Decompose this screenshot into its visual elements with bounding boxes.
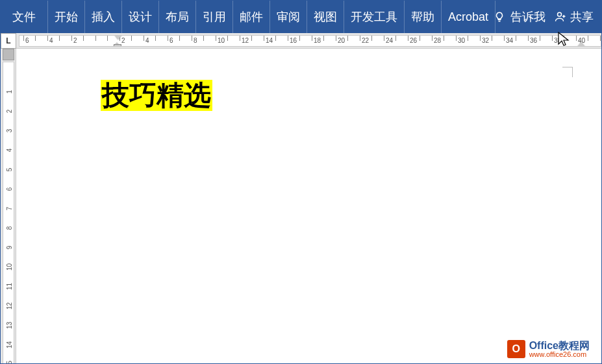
office-logo-icon: O <box>507 340 525 358</box>
ruler-tick <box>456 36 457 41</box>
tab-stop-selector[interactable]: L <box>1 33 16 49</box>
ruler-tick <box>23 36 24 41</box>
tab-references[interactable]: 引用 <box>196 1 233 33</box>
tab-review[interactable]: 审阅 <box>270 1 307 33</box>
ruler-number: 38 <box>554 37 561 44</box>
first-line-indent-marker[interactable] <box>114 35 122 40</box>
ruler-number: 4 <box>6 147 13 154</box>
document-text-highlighted[interactable]: 技巧精选 <box>101 80 212 111</box>
ruler-number: 6 <box>25 37 29 44</box>
ruler-number: 7 <box>6 205 13 213</box>
ruler-number: 16 <box>290 37 297 44</box>
ruler-number: 12 <box>242 37 249 44</box>
ruler-tick <box>251 36 252 41</box>
watermark-url: www.office26.com <box>529 351 590 358</box>
ruler-tick <box>444 36 444 41</box>
ruler-number: 2 <box>73 37 77 44</box>
ruler-tick <box>528 36 529 41</box>
ruler-tick <box>216 36 216 41</box>
ruler-tick <box>144 36 144 41</box>
ruler-tick <box>588 36 588 41</box>
ruler-tick <box>71 36 72 41</box>
share-label: 共享 <box>570 9 594 25</box>
tab-acrobat[interactable]: Acrobat <box>442 1 495 33</box>
ribbon-right: 告诉我 共享 <box>490 1 601 33</box>
ruler-number: 4 <box>145 37 149 44</box>
tab-mailings[interactable]: 邮件 <box>233 1 270 33</box>
person-share-icon <box>555 11 566 23</box>
ruler-tick <box>408 36 408 41</box>
ruler-tick <box>420 36 420 41</box>
tab-insert[interactable]: 插入 <box>85 1 122 33</box>
ruler-tick <box>155 36 156 41</box>
svg-point-0 <box>558 12 562 16</box>
ruler-tick <box>299 36 300 41</box>
watermark-title: Office教程网 <box>529 341 590 351</box>
ruler-tick <box>600 36 601 41</box>
ruler-tick <box>432 36 433 41</box>
right-indent-marker[interactable] <box>577 42 585 47</box>
tab-layout[interactable]: 布局 <box>159 1 196 33</box>
tab-developer[interactable]: 开发工具 <box>344 1 405 33</box>
ruler-number: 10 <box>6 263 13 271</box>
ruler-number: 8 <box>6 224 13 232</box>
ruler-number: 10 <box>218 37 225 44</box>
ruler-number: 15 <box>6 361 13 365</box>
ruler-number: 20 <box>338 37 345 44</box>
main-area: 12345678910111213141516 技巧精选 O Office教程网… <box>1 49 601 363</box>
tab-home[interactable]: 开始 <box>48 1 85 33</box>
ruler-number: 4 <box>49 37 53 44</box>
ruler-number: 26 <box>410 37 417 44</box>
tell-me-search[interactable]: 告诉我 <box>490 9 549 25</box>
watermark: O Office教程网 www.office26.com <box>507 340 590 358</box>
ruler-number: 22 <box>362 37 369 44</box>
ruler-tick <box>552 36 553 41</box>
ruler-tick <box>336 36 336 41</box>
horizontal-ruler[interactable]: 6422468101214161820222426283032343638404… <box>19 35 601 47</box>
ruler-tick <box>35 36 36 41</box>
ruler-tick <box>347 36 348 41</box>
ruler-number: 5 <box>6 166 13 174</box>
ruler-number: 8 <box>194 37 197 44</box>
page-margin-corner <box>562 67 573 77</box>
ruler-tick <box>504 36 505 41</box>
ruler-tick <box>47 36 48 41</box>
tab-view[interactable]: 视图 <box>307 1 344 33</box>
lightbulb-icon <box>494 11 505 23</box>
horizontal-ruler-area: L 64224681012141618202224262830323436384… <box>1 33 601 49</box>
ruler-tick <box>240 36 240 41</box>
ruler-number: 32 <box>482 37 489 44</box>
ruler-tick <box>288 36 288 41</box>
share-button[interactable]: 共享 <box>555 9 594 25</box>
page: 技巧精选 <box>21 54 601 363</box>
ruler-tick <box>480 36 481 41</box>
ruler-tick <box>227 36 228 41</box>
tab-design[interactable]: 设计 <box>122 1 159 33</box>
tab-file[interactable]: 文件 <box>1 1 48 33</box>
ruler-tick <box>360 36 360 41</box>
ruler-tick <box>492 36 492 41</box>
ruler-number: 9 <box>6 244 13 252</box>
ribbon-tabs: 文件 开始 插入 设计 布局 引用 邮件 审阅 视图 开发工具 帮助 Acrob… <box>1 1 495 33</box>
ruler-tick <box>323 36 324 41</box>
hanging-indent-marker[interactable] <box>113 43 121 47</box>
document-area[interactable]: 技巧精选 O Office教程网 www.office26.com <box>16 49 601 363</box>
ruler-number: 12 <box>6 302 13 310</box>
vertical-ruler-head <box>3 49 14 60</box>
ruler-tick <box>95 36 96 41</box>
ruler-number: 28 <box>434 37 441 44</box>
vertical-ruler[interactable]: 12345678910111213141516 <box>3 62 14 364</box>
ruler-number: 24 <box>386 37 393 44</box>
tab-help[interactable]: 帮助 <box>405 1 442 33</box>
ruler-tick <box>395 36 396 41</box>
ruler-number: 6 <box>6 186 13 193</box>
ruler-tick <box>576 36 577 41</box>
ruler-number: 34 <box>506 37 513 44</box>
ruler-tick <box>468 36 468 41</box>
ruler-tick <box>107 36 108 41</box>
ruler-tick <box>83 36 84 41</box>
watermark-text: Office教程网 www.office26.com <box>529 341 590 358</box>
ruler-number: 3 <box>6 127 13 135</box>
ruler-tick <box>192 36 192 41</box>
vertical-ruler-area: 12345678910111213141516 <box>1 49 16 363</box>
